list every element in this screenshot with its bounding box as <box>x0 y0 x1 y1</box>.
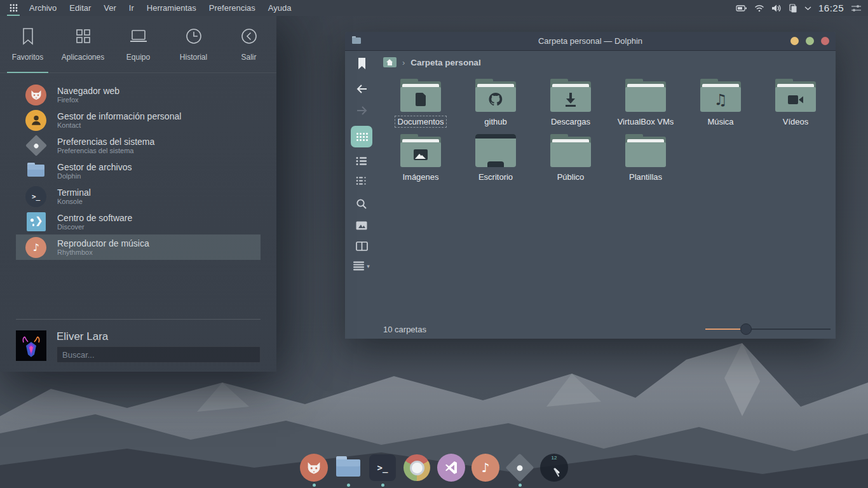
clock-text[interactable]: 16:25 <box>818 3 844 13</box>
dock-item-clock[interactable]: 12 <box>539 454 569 487</box>
running-indicator <box>347 484 350 487</box>
battery-icon[interactable] <box>736 4 747 13</box>
zoom-slider-handle[interactable] <box>740 323 752 335</box>
tab-aplicaciones[interactable]: Aplicaciones <box>55 16 111 72</box>
window-title: Carpeta personal — Dolphin <box>345 36 836 46</box>
folder-label: Imágenes <box>399 171 442 183</box>
rhythmbox-icon: ♪ <box>471 454 499 482</box>
tune-sliders-icon[interactable] <box>851 4 862 13</box>
wifi-icon[interactable] <box>754 4 764 12</box>
maximize-button[interactable] <box>806 37 814 45</box>
folder-plantillas[interactable]: Plantillas <box>608 134 683 183</box>
details-view-button[interactable] <box>356 176 367 186</box>
folder-virtualbox-vms[interactable]: VirtualBox VMs <box>608 79 683 128</box>
app-item-kontact[interactable]: Gestor de información personal Kontact <box>16 107 261 133</box>
folder-imagenes[interactable]: Imágenes <box>383 134 458 183</box>
folder-descargas[interactable]: Descargas <box>533 79 608 128</box>
menu-preferencias[interactable]: Preferencias <box>209 3 255 13</box>
app-item-firefox[interactable]: Navegador web Firefox <box>16 82 261 107</box>
folder-label: Documentos <box>395 116 447 128</box>
folder-label: Escritorio <box>475 171 516 183</box>
app-subtitle: Konsole <box>57 198 91 206</box>
app-subtitle: Discover <box>57 223 132 231</box>
running-indicator <box>519 484 522 487</box>
folder-videos[interactable]: Vídeos <box>758 79 833 128</box>
app-subtitle: Dolphin <box>57 172 132 180</box>
app-title: Gestor de información personal <box>57 111 181 121</box>
discover-icon: ❯ <box>27 212 46 231</box>
close-button[interactable] <box>821 37 829 45</box>
hamburger-menu-button[interactable]: ▾ <box>353 261 370 271</box>
list-view-button[interactable] <box>356 156 367 166</box>
folder-label: VirtualBox VMs <box>614 116 677 128</box>
launcher-tab-bar: Favoritos Aplicaciones Equipo Historial … <box>0 16 276 73</box>
breadcrumb: › Carpeta personal <box>378 51 836 74</box>
dock-item-terminal[interactable]: >_ <box>368 454 397 487</box>
dock-item-file-manager[interactable] <box>334 454 363 487</box>
menu-ir[interactable]: Ir <box>129 3 134 13</box>
tab-historial[interactable]: Historial <box>166 16 221 72</box>
back-button[interactable] <box>356 84 368 94</box>
icons-view-grid-icon <box>356 132 368 141</box>
folder-musica[interactable]: ♫ Música <box>683 79 758 128</box>
window-titlebar[interactable]: Carpeta personal — Dolphin <box>345 32 836 51</box>
tab-favoritos[interactable]: Favoritos <box>0 16 55 72</box>
dock-item-firefox[interactable] <box>299 454 329 487</box>
clipboard-icon[interactable] <box>789 4 797 13</box>
app-item-system-settings[interactable]: Preferencias del sistema Preferencias de… <box>16 133 261 158</box>
tab-salir[interactable]: Salir <box>221 16 276 72</box>
preview-button[interactable] <box>356 221 367 230</box>
folder-label: Plantillas <box>626 171 665 183</box>
folder-icon <box>550 79 591 112</box>
forward-button[interactable] <box>356 105 368 116</box>
app-launcher-icon[interactable] <box>6 0 20 16</box>
split-view-button[interactable] <box>356 241 368 251</box>
home-folder-icon[interactable] <box>383 57 397 67</box>
volume-icon[interactable] <box>771 4 782 13</box>
dock-item-system-settings[interactable] <box>505 454 534 487</box>
folder-icon <box>400 134 441 167</box>
dolphin-window: Carpeta personal — Dolphin <box>345 32 836 339</box>
dock-item-vscode[interactable] <box>437 454 466 487</box>
folder-escritorio[interactable]: Escritorio <box>458 134 533 183</box>
app-item-discover[interactable]: ❯ Centro de software Discover <box>16 209 261 234</box>
menu-archivo[interactable]: Archivo <box>29 3 57 13</box>
folder-label: Vídeos <box>780 116 811 128</box>
app-item-konsole[interactable]: >_ Terminal Konsole <box>16 184 261 209</box>
tab-label: Salir <box>241 53 256 62</box>
app-item-dolphin[interactable]: Gestor de archivos Dolphin <box>16 158 261 184</box>
download-glyph-icon <box>564 92 578 107</box>
menu-editar[interactable]: Editar <box>69 3 91 13</box>
folder-publico[interactable]: Público <box>533 134 608 183</box>
breadcrumb-location[interactable]: Carpeta personal <box>410 58 480 67</box>
minimize-button[interactable] <box>790 37 799 45</box>
running-indicator <box>381 484 384 487</box>
folder-documentos[interactable]: Documentos <box>383 79 458 128</box>
terminal-icon: >_ <box>369 454 396 481</box>
breadcrumb-chevron-icon: › <box>402 58 405 67</box>
folder-label: Música <box>704 116 736 128</box>
icons-view-button[interactable] <box>351 126 372 147</box>
folder-github[interactable]: github <box>458 79 533 128</box>
menu-ayuda[interactable]: Ayuda <box>268 3 292 13</box>
history-clock-icon <box>185 27 203 47</box>
favorites-app-list: Navegador web Firefox Gestor de informac… <box>0 73 276 260</box>
vscode-icon <box>437 454 465 482</box>
places-bookmark-icon[interactable] <box>357 57 367 70</box>
application-launcher-panel: Favoritos Aplicaciones Equipo Historial … <box>0 16 276 372</box>
app-subtitle: Kontact <box>57 121 181 130</box>
tab-equipo[interactable]: Equipo <box>111 16 166 72</box>
zoom-slider[interactable] <box>705 323 831 335</box>
tray-expander-chevron-icon[interactable] <box>804 6 811 11</box>
dock: >_ ♪ 12 <box>299 454 569 488</box>
leave-icon <box>240 27 258 47</box>
dock-item-rhythmbox[interactable]: ♪ <box>471 454 500 487</box>
menu-ver[interactable]: Ver <box>104 3 116 13</box>
search-input[interactable] <box>57 346 261 363</box>
app-item-rhythmbox[interactable]: ♪ Reproductor de música Rhythmbox <box>16 234 261 260</box>
menu-herramientas[interactable]: Herramientas <box>147 3 196 13</box>
search-button[interactable] <box>356 198 367 210</box>
dolphin-statusbar: 10 carpetas <box>345 320 836 339</box>
github-octocat-icon <box>487 92 504 107</box>
dock-item-chrome[interactable] <box>402 454 431 487</box>
